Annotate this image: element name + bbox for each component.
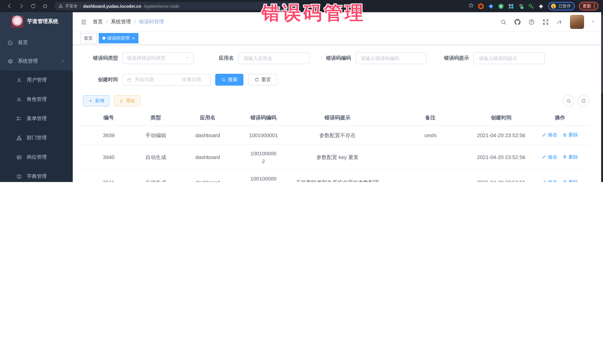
paused-extension-pill[interactable]: 已暂停 <box>548 2 575 10</box>
tab-error-code-management[interactable]: 错误码管理 × <box>99 33 139 43</box>
svg-text:T: T <box>559 20 561 24</box>
delete-link[interactable]: 删除 <box>563 178 578 182</box>
gear-icon <box>7 58 13 64</box>
update-button[interactable]: 更新 <box>579 2 599 10</box>
reload-button[interactable] <box>29 2 37 10</box>
tags-view-bar: 首页 错误码管理 × <box>73 32 601 45</box>
sidebar-item-menu-management[interactable]: 菜单管理 <box>0 109 73 128</box>
breadcrumb-system[interactable]: 系统管理 <box>111 19 131 25</box>
sidebar-item-dept-management[interactable]: 部门管理 <box>0 128 73 147</box>
export-button-label: 导出 <box>126 98 135 104</box>
book-icon <box>16 174 22 179</box>
forward-icon <box>18 3 24 9</box>
user-icon <box>16 77 22 83</box>
font-size-button[interactable]: TT <box>556 18 563 26</box>
svg-text:T: T <box>557 21 558 24</box>
sidebar-item-dict-management[interactable]: 字典管理 <box>0 167 73 182</box>
reset-button[interactable]: 重置 <box>249 74 277 86</box>
cell-msg: 参数配置 key 重复 <box>286 145 389 170</box>
avatar[interactable] <box>570 15 584 29</box>
search-icon <box>566 99 571 103</box>
refresh-icon <box>255 77 259 82</box>
extension-grid-icon[interactable] <box>508 3 514 9</box>
sidebar-item-home[interactable]: 首页 <box>0 33 73 52</box>
error-msg-input[interactable] <box>478 55 540 61</box>
browser-toolbar: 不安全 dashboard.yudao.iocoder.cn/system/er… <box>0 0 603 12</box>
date-range-picker[interactable]: 开始日期 - 结束日期 <box>122 74 211 86</box>
cell-msg: 不能删除类型为系统内置的参数配置 <box>286 170 389 182</box>
user-dropdown-caret-icon[interactable] <box>591 19 595 25</box>
delete-link[interactable]: 删除 <box>563 153 578 161</box>
sidebar-item-role-management[interactable]: 角色管理 <box>0 90 73 109</box>
extension-gem-icon[interactable] <box>488 3 494 9</box>
add-button-label: 新增 <box>95 98 104 104</box>
breadcrumb-home[interactable]: 首页 <box>93 19 103 25</box>
screen: 不安全 dashboard.yudao.iocoder.cn/system/er… <box>0 0 603 182</box>
cell-type: 自动生成 <box>137 145 174 170</box>
edit-link[interactable]: 修改 <box>542 153 557 161</box>
home-button[interactable] <box>41 2 49 10</box>
warning-icon <box>59 4 63 8</box>
filter-msg-label: 错误码提示 <box>438 55 474 62</box>
search-icon <box>221 77 226 82</box>
breadcrumb-separator: / <box>106 19 108 25</box>
table-row: 3941自动生成dashboard1001000003不能删除类型为系统内置的参… <box>80 170 589 182</box>
fullscreen-button[interactable] <box>542 18 549 26</box>
emoji-face-icon <box>551 3 556 9</box>
cell-app: dashboard <box>174 126 241 145</box>
home-icon <box>42 3 48 9</box>
url-path: /system/error-code <box>144 4 179 8</box>
error-code-field[interactable] <box>356 52 427 64</box>
extension-green-circle-icon[interactable] <box>498 3 504 9</box>
scrollbar-thumb[interactable] <box>602 15 603 93</box>
refresh-table-button[interactable] <box>577 95 589 107</box>
filter-code-label: 错误码编码 <box>320 55 356 62</box>
forward-button[interactable] <box>17 2 25 10</box>
sidebar-item-user-management[interactable]: 用户管理 <box>0 70 73 90</box>
filter-app-label: 应用名 <box>214 55 238 62</box>
header-search-button[interactable] <box>499 18 507 26</box>
chevron-down-icon <box>185 55 189 62</box>
app-title: 芋道管理系统 <box>27 18 58 25</box>
search-button[interactable]: 搜索 <box>215 74 244 86</box>
main-area: 首页 / 系统管理 / 错误码管理 TT 首页 错误码管 <box>73 12 601 182</box>
collapse-sidebar-button[interactable] <box>79 18 88 26</box>
sidebar-item-label: 字典管理 <box>27 173 47 180</box>
extension-key-icon[interactable] <box>528 3 534 9</box>
reset-button-label: 重置 <box>261 76 271 83</box>
edit-link[interactable]: 修改 <box>542 178 557 182</box>
error-type-select[interactable]: 请选择错误码类型 <box>122 52 194 64</box>
tab-close-icon[interactable]: × <box>132 36 135 40</box>
column-header: 操作 <box>531 110 589 126</box>
tab-home[interactable]: 首页 <box>80 33 96 43</box>
help-button[interactable] <box>528 18 535 26</box>
plus-icon <box>88 99 93 103</box>
app-name-input[interactable] <box>243 55 305 61</box>
help-icon <box>528 19 534 25</box>
app-name-field[interactable] <box>238 52 310 64</box>
github-button[interactable] <box>514 18 521 26</box>
edit-link[interactable]: 修改 <box>542 131 557 138</box>
export-button[interactable]: 导出 <box>114 95 140 106</box>
extension-dark-on-icon[interactable]: on <box>518 3 524 9</box>
add-button[interactable]: 新增 <box>83 95 109 106</box>
range-separator: - <box>157 77 179 82</box>
extension-orange-icon[interactable] <box>478 3 484 9</box>
toggle-search-button[interactable] <box>563 95 574 107</box>
sidebar-item-post-management[interactable]: 岗位管理 <box>0 147 73 167</box>
url-host: dashboard.yudao.iocoder.cn <box>83 4 141 8</box>
app-logo-block[interactable]: 芋道管理系统 <box>0 12 73 31</box>
error-msg-field[interactable] <box>474 52 545 64</box>
tab-active-dot <box>103 37 105 40</box>
sidebar-item-system-management[interactable]: 系统管理 <box>0 52 73 70</box>
calendar-icon <box>127 77 132 82</box>
window-scrollbar[interactable] <box>601 12 603 182</box>
extension-puzzle-icon[interactable] <box>538 3 544 9</box>
bookmark-star-icon[interactable] <box>468 3 474 10</box>
back-button[interactable] <box>5 2 13 10</box>
delete-link[interactable]: 删除 <box>563 131 578 138</box>
address-bar[interactable]: 不安全 dashboard.yudao.iocoder.cn/system/er… <box>54 2 301 10</box>
browser-menu-icon[interactable] <box>594 4 595 9</box>
update-label: 更新 <box>583 3 591 9</box>
error-code-input[interactable] <box>360 55 422 61</box>
